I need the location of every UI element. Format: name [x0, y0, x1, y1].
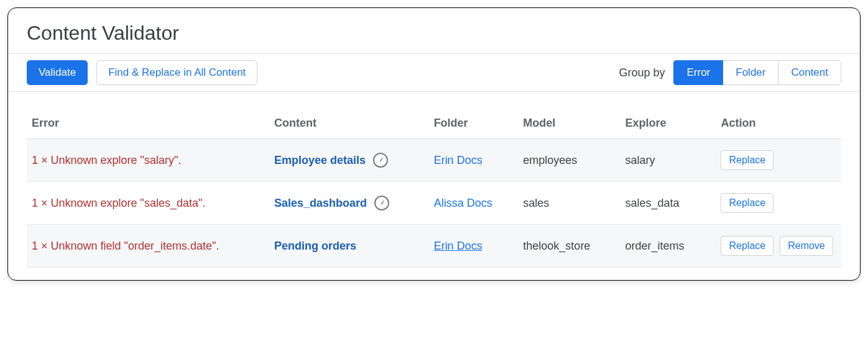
errors-table: Error Content Folder Model Explore Actio…: [27, 111, 841, 268]
content-validator-panel: Content Validator Validate Find & Replac…: [7, 7, 861, 281]
group-by-label: Group by: [619, 66, 665, 79]
content-link[interactable]: Sales_dashboard: [274, 197, 367, 210]
col-header-action: Action: [716, 111, 841, 139]
group-by-folder[interactable]: Folder: [723, 60, 778, 85]
folder-link[interactable]: Erin Docs: [434, 154, 482, 166]
page-title: Content Validator: [8, 8, 860, 53]
gauge-icon: [373, 153, 388, 168]
model-cell: thelook_store: [518, 225, 620, 268]
replace-button[interactable]: Replace: [721, 150, 773, 170]
col-header-model: Model: [518, 111, 620, 139]
replace-button[interactable]: Replace: [721, 193, 773, 213]
col-header-explore: Explore: [621, 111, 716, 139]
replace-button[interactable]: Replace: [721, 236, 773, 256]
explore-cell: salary: [621, 139, 716, 182]
table-row: 1 × Unknown explore "salary".Employee de…: [27, 139, 841, 182]
errors-tbody: 1 × Unknown explore "salary".Employee de…: [27, 139, 841, 268]
table-row: 1 × Unknown field "order_items.date".Pen…: [27, 225, 841, 268]
error-text: 1 × Unknown explore "sales_data".: [32, 197, 205, 209]
explore-cell: order_items: [621, 225, 716, 268]
error-text: 1 × Unknown explore "salary".: [32, 154, 181, 166]
table-row: 1 × Unknown explore "sales_data".Sales_d…: [27, 182, 841, 225]
folder-link[interactable]: Erin Docs: [434, 240, 482, 252]
validate-button[interactable]: Validate: [27, 60, 88, 85]
content-link[interactable]: Pending orders: [274, 240, 356, 253]
toolbar: Validate Find & Replace in All Content G…: [8, 53, 860, 92]
explore-cell: sales_data: [621, 182, 716, 225]
group-by-error[interactable]: Error: [673, 60, 723, 85]
col-header-content: Content: [269, 111, 429, 139]
gauge-icon: [374, 196, 389, 210]
model-cell: employees: [518, 139, 620, 182]
model-cell: sales: [518, 182, 620, 225]
svg-point-1: [381, 204, 382, 205]
group-by-content[interactable]: Content: [778, 60, 841, 85]
remove-button[interactable]: Remove: [780, 236, 833, 256]
error-text: 1 × Unknown field "order_items.date".: [32, 240, 219, 252]
group-by-segmented: ErrorFolderContent: [673, 60, 841, 85]
col-header-error: Error: [27, 111, 269, 139]
svg-point-0: [380, 161, 381, 162]
col-header-folder: Folder: [429, 111, 519, 139]
folder-link[interactable]: Alissa Docs: [434, 197, 492, 209]
find-replace-button[interactable]: Find & Replace in All Content: [96, 60, 257, 85]
content-link[interactable]: Employee details: [274, 154, 366, 167]
